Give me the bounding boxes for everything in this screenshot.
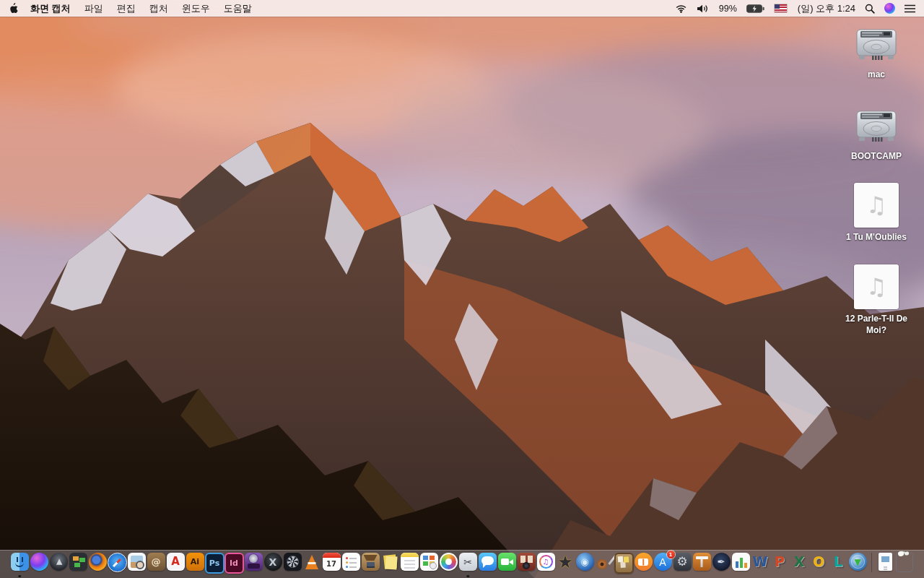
- apple-menu[interactable]: [9, 3, 18, 14]
- word-glyph: W: [753, 555, 768, 569]
- download-manager-dock-icon[interactable]: ▼: [848, 553, 868, 575]
- dock-divider: [871, 553, 872, 572]
- desktop-icon-audio-file-2[interactable]: ♫ 12 Parle-T-Il De Moi?: [842, 264, 911, 336]
- grab-dock-icon[interactable]: ✂: [458, 553, 478, 575]
- xbmc-dock-icon[interactable]: X: [263, 553, 283, 575]
- music-note-glyph: ♫: [866, 191, 887, 219]
- dvd-ripper-glyph: ◉: [580, 557, 588, 566]
- preview-dock-icon[interactable]: [127, 553, 147, 575]
- music-note-glyph: ♫: [866, 273, 887, 301]
- download-manager-glyph: ▼: [854, 558, 860, 566]
- xbmc-glyph: X: [269, 557, 277, 567]
- pages-glyph: ✒: [718, 557, 725, 566]
- contacts-dock-icon[interactable]: @: [147, 553, 166, 575]
- facetime-dock-icon[interactable]: [497, 553, 517, 575]
- illustrator-glyph: Ai: [191, 558, 199, 566]
- keynote-dock-icon[interactable]: [692, 553, 712, 575]
- safari-dock-icon[interactable]: [108, 553, 127, 575]
- display-tiles-app-dock-icon[interactable]: [69, 553, 88, 575]
- siri-menu-icon[interactable]: [884, 3, 895, 14]
- word-dock-icon[interactable]: W: [751, 553, 770, 575]
- lync-dock-icon[interactable]: L: [829, 553, 848, 575]
- menu-window[interactable]: 윈도우: [182, 2, 210, 15]
- app-menu-title[interactable]: 화면 캡처: [30, 2, 71, 15]
- itunes-glyph: ♫: [543, 558, 549, 566]
- audio-file-icon: ♫: [854, 264, 899, 309]
- reminders-dock-icon[interactable]: [341, 553, 361, 575]
- battery-charging-icon[interactable]: [746, 4, 765, 13]
- volume-icon[interactable]: [697, 4, 710, 13]
- launchpad-glyph: ▶: [55, 558, 63, 564]
- finder-running-indicator: [18, 575, 21, 578]
- menu-file[interactable]: 파일: [84, 2, 103, 15]
- indesign-glyph: Id: [230, 559, 238, 567]
- app-store-badge: 1: [667, 551, 675, 558]
- system-preferences-glyph: ⚙: [676, 556, 687, 568]
- hard-drive-icon: [855, 26, 898, 62]
- siri-dock-icon[interactable]: [30, 553, 49, 575]
- acrobat-reader-glyph: A: [171, 556, 180, 567]
- itunes-dock-icon[interactable]: ♫: [536, 553, 556, 575]
- acrobat-reader-dock-icon[interactable]: A: [166, 553, 186, 575]
- imovie-glyph: ★: [557, 553, 573, 571]
- contacts-glyph: @: [152, 557, 161, 566]
- outlook-glyph: O: [813, 555, 824, 569]
- excel-glyph: X: [794, 555, 805, 569]
- pinboard-app-dock-icon[interactable]: [614, 553, 634, 575]
- ibooks-dock-icon[interactable]: [634, 553, 653, 575]
- garageband-dock-icon[interactable]: [595, 553, 614, 575]
- menu-bar: 화면 캡처 파일 편집 캡처 윈도우 도움말 99% (일) 오후 1:24: [0, 0, 924, 17]
- notification-center-icon[interactable]: [905, 4, 915, 13]
- menu-help[interactable]: 도움말: [224, 2, 252, 15]
- toast-titanium-dock-icon[interactable]: [244, 553, 263, 575]
- desktop-icon-label: mac: [842, 69, 911, 80]
- pages-dock-icon[interactable]: ✒: [712, 553, 731, 575]
- audio-file-icon: ♫: [854, 183, 899, 228]
- desktop-icon-audio-file-1[interactable]: ♫ 1 Tu M'Oublies: [842, 183, 911, 243]
- page-layout-app-dock-icon[interactable]: [419, 553, 439, 575]
- stickies-dock-icon[interactable]: [380, 553, 400, 575]
- desktop-icon-bootcamp-drive[interactable]: BOOTCAMP: [842, 108, 911, 162]
- menu-capture[interactable]: 캡처: [149, 2, 168, 15]
- launchpad-dock-icon[interactable]: ▶: [49, 553, 69, 575]
- messages-dock-icon[interactable]: [478, 553, 497, 575]
- system-preferences-dock-icon[interactable]: ⚙: [673, 553, 692, 575]
- excel-dock-icon[interactable]: X: [790, 553, 809, 575]
- menu-edit[interactable]: 편집: [117, 2, 136, 15]
- imovie-dock-icon[interactable]: ★: [556, 553, 575, 575]
- outlook-dock-icon[interactable]: O: [809, 553, 829, 575]
- indesign-dock-icon[interactable]: Id: [225, 553, 244, 575]
- vlc-dock-icon[interactable]: [302, 553, 322, 575]
- trash-full-dock-icon[interactable]: [895, 553, 915, 575]
- spotlight-icon[interactable]: [865, 4, 875, 14]
- grab-running-indicator: [466, 575, 469, 578]
- input-source-us-flag[interactable]: [775, 4, 787, 12]
- menu-bar-status: 99% (일) 오후 1:24: [675, 2, 915, 15]
- finder-dock-icon[interactable]: [10, 553, 30, 575]
- document-file-dock-icon[interactable]: [876, 553, 895, 575]
- app-store-dock-icon[interactable]: A1: [653, 553, 673, 575]
- calendar-glyph: 17: [326, 561, 336, 568]
- battery-percent: 99%: [719, 4, 737, 14]
- app-store-glyph: A: [659, 557, 666, 567]
- wifi-icon[interactable]: [675, 4, 687, 13]
- wallpaper: [0, 0, 924, 578]
- desktop-icon-label: BOOTCAMP: [842, 150, 911, 162]
- photo-booth-dock-icon[interactable]: [517, 553, 536, 575]
- photos-dock-icon[interactable]: [439, 553, 458, 575]
- desktop-icon-mac-drive[interactable]: mac: [842, 26, 911, 80]
- photoshop-dock-icon[interactable]: Ps: [205, 553, 225, 575]
- calendar-dock-icon[interactable]: 17: [322, 553, 341, 575]
- illustrator-dock-icon[interactable]: Ai: [186, 553, 205, 575]
- archive-utility-dock-icon[interactable]: [361, 553, 380, 575]
- powerpoint-dock-icon[interactable]: P: [770, 553, 790, 575]
- dvd-ripper-dock-icon[interactable]: ◉: [575, 553, 595, 575]
- apple-icon: [9, 3, 18, 14]
- firefox-dock-icon[interactable]: [88, 553, 108, 575]
- notes-dock-icon[interactable]: [400, 553, 419, 575]
- numbers-dock-icon[interactable]: [731, 553, 751, 575]
- desktop-icon-label: 1 Tu M'Oublies: [842, 231, 911, 243]
- desktop-icon-label: 12 Parle-T-Il De Moi?: [842, 313, 911, 336]
- menu-bar-clock[interactable]: (일) 오후 1:24: [798, 2, 855, 15]
- fan-control-dock-icon[interactable]: [283, 553, 302, 575]
